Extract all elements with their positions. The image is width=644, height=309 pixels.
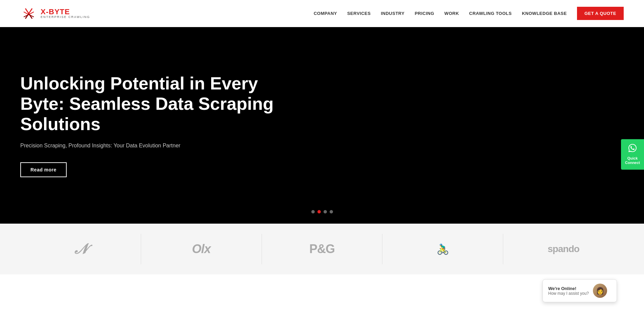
hero-dots xyxy=(311,210,333,213)
nav-pricing[interactable]: PRICING xyxy=(415,11,434,16)
hero-content: Unlocking Potential in Every Byte: Seaml… xyxy=(20,74,284,177)
hero-subtitle: Precision Scraping, Profound Insights: Y… xyxy=(20,143,284,149)
quick-connect-label: Quick Connect xyxy=(625,156,640,165)
nav-work[interactable]: WORK xyxy=(444,11,459,16)
brand-pg: P&G xyxy=(262,234,383,264)
brand-cyclist: 🚴‍♂️ xyxy=(382,234,503,264)
logo-name: X-BYTE xyxy=(41,8,90,16)
main-nav: COMPANY SERVICES INDUSTRY PRICING WORK C… xyxy=(314,7,624,20)
brand-olx: Olx xyxy=(141,234,262,264)
nav-knowledge-base[interactable]: KNOWLEDGE BASE xyxy=(522,11,567,16)
brands-strip: 𝒩 Olx P&G 🚴‍♂️ spando xyxy=(0,224,644,274)
logo-text: X-BYTE ENTERPRISE CRAWLING xyxy=(41,8,90,19)
nav-company[interactable]: COMPANY xyxy=(314,11,337,16)
get-quote-button[interactable]: GET A QUOTE xyxy=(577,7,624,20)
brand-logo-olx: Olx xyxy=(192,242,210,256)
logo-subtitle: ENTERPRISE CRAWLING xyxy=(41,16,90,19)
hero-title: Unlocking Potential in Every Byte: Seaml… xyxy=(20,74,284,134)
brand-logo-n: 𝒩 xyxy=(75,241,86,257)
nav-services[interactable]: SERVICES xyxy=(347,11,371,16)
nav-crawling-tools[interactable]: CRAWLING TOOLS xyxy=(469,11,512,16)
hero-section: Unlocking Potential in Every Byte: Seaml… xyxy=(0,27,644,224)
dot-2[interactable] xyxy=(317,210,321,213)
nav-industry[interactable]: INDUSTRY xyxy=(381,11,404,16)
brand-logo-pg: P&G xyxy=(309,242,335,256)
dot-4[interactable] xyxy=(330,210,333,213)
logo-icon xyxy=(20,5,37,22)
dot-3[interactable] xyxy=(324,210,327,213)
brand-logo-cyclist: 🚴‍♂️ xyxy=(437,243,449,255)
brand-n: 𝒩 xyxy=(20,234,141,264)
header: X-BYTE ENTERPRISE CRAWLING COMPANY SERVI… xyxy=(0,0,644,27)
read-more-button[interactable]: Read more xyxy=(20,162,67,177)
dot-1[interactable] xyxy=(311,210,315,213)
brand-spando: spando xyxy=(503,234,624,264)
logo[interactable]: X-BYTE ENTERPRISE CRAWLING xyxy=(20,5,90,22)
brand-logo-spando: spando xyxy=(548,244,579,254)
quick-connect-widget[interactable]: Quick Connect xyxy=(621,139,644,170)
whatsapp-icon xyxy=(628,144,637,154)
